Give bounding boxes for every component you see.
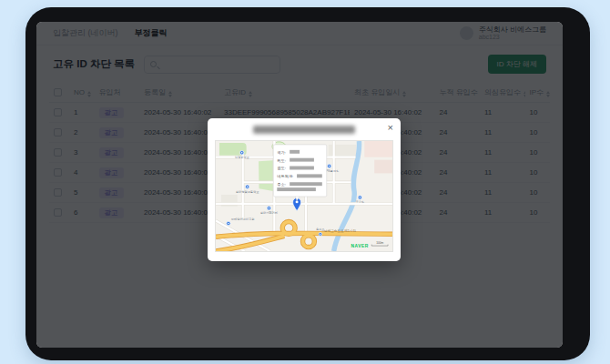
redacted-value <box>277 187 316 191</box>
map-pin[interactable] <box>267 207 270 210</box>
redacted-value <box>290 158 314 162</box>
map-pin[interactable] <box>319 232 322 236</box>
map-pin[interactable] <box>358 196 361 199</box>
app-screen: 입찰관리 (네이버) 부정클릭 주식회사 비에스그룹 abc123 고유 ID … <box>36 22 563 348</box>
device-frame: 입찰관리 (네이버) 부정클릭 주식회사 비에스그룹 abc123 고유 ID … <box>25 7 590 360</box>
map-info-window: 국가: 위도: 경도: 네트워크: 주소: <box>273 145 326 200</box>
close-icon[interactable]: × <box>386 121 395 135</box>
map-pin[interactable] <box>245 185 249 188</box>
redacted-value <box>290 182 322 186</box>
redacted-value <box>290 167 314 170</box>
highway-label: 남해고속도로제1지선 <box>324 228 357 233</box>
naver-logo: NAVER <box>351 244 368 248</box>
map-label: 율하센텀고등학교 <box>236 190 259 194</box>
naver-map[interactable]: 남해고속도로제1지선 신명중학교 한라아파트 율하센텀고등학교 E1 LPG충전… <box>215 140 393 252</box>
map-label: 율하카페거리 <box>260 211 278 215</box>
info-label-latitude: 위도: <box>277 158 286 163</box>
info-label-country: 국가: <box>277 150 286 155</box>
info-label-network: 네트워크: <box>277 174 293 178</box>
map-label: 주유소 <box>356 200 365 204</box>
map-label: 신명중학교 <box>235 156 249 159</box>
map-pin[interactable] <box>239 151 243 155</box>
map-canvas: 남해고속도로제1지선 신명중학교 한라아파트 율하센텀고등학교 E1 LPG충전… <box>216 141 392 251</box>
map-label: 율하교 <box>316 228 324 231</box>
info-label-address: 주소: <box>277 182 286 187</box>
modal-title-redacted <box>253 126 355 134</box>
redacted-value <box>297 174 322 177</box>
map-pin[interactable] <box>327 164 330 167</box>
redacted-value <box>290 150 300 154</box>
map-pin[interactable] <box>227 221 230 225</box>
info-label-longitude: 경도: <box>277 166 286 170</box>
ip-detail-modal: × <box>208 118 401 261</box>
map-scale-label: 100m <box>376 241 383 245</box>
map-label: 모래알어린이공원 <box>231 217 255 221</box>
